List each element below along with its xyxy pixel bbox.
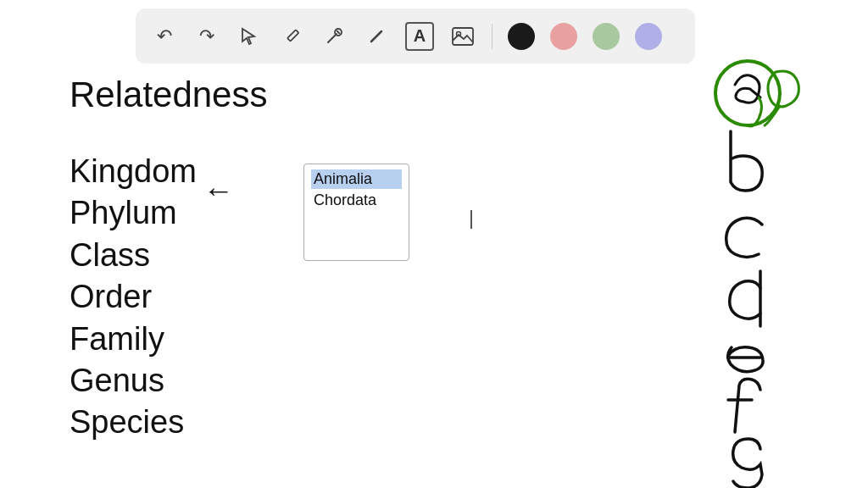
color-lavender[interactable] — [635, 23, 662, 50]
class-label: Class — [70, 235, 197, 276]
image-tool[interactable] — [449, 23, 476, 50]
handwriting-panel — [670, 0, 868, 488]
redo-button[interactable]: ↷ — [193, 23, 220, 50]
text-tool[interactable]: A — [405, 22, 434, 51]
relatedness-heading: Relatedness — [70, 75, 267, 115]
text-input-box[interactable]: Animalia Chordata — [303, 164, 409, 261]
toolbar: ↶ ↷ A — [136, 8, 695, 64]
slash-tool[interactable] — [363, 23, 390, 50]
chordata-text: Chordata — [311, 191, 379, 210]
heading-text: Relatedness — [70, 75, 267, 115]
svg-marker-0 — [242, 29, 254, 44]
svg-line-2 — [328, 34, 337, 42]
color-pink[interactable] — [550, 23, 577, 50]
phylum-label: Phylum — [70, 192, 197, 234]
taxonomy-list: Kingdom Phylum Class Order Family Genus … — [70, 151, 197, 444]
select-tool[interactable] — [236, 23, 263, 50]
order-label: Order — [70, 276, 197, 318]
svg-point-8 — [715, 61, 780, 125]
wrench-tool[interactable] — [320, 23, 348, 50]
color-black[interactable] — [508, 23, 535, 50]
svg-line-5 — [371, 31, 381, 42]
separator — [492, 24, 492, 49]
arrow-indicator: ← — [203, 173, 234, 208]
genus-label: Genus — [70, 360, 197, 402]
undo-button[interactable]: ↶ — [151, 23, 178, 50]
kingdom-label: Kingdom — [70, 151, 197, 192]
svg-rect-1 — [287, 30, 298, 41]
color-green[interactable] — [593, 23, 620, 50]
family-label: Family — [70, 319, 197, 360]
species-label: Species — [70, 402, 197, 443]
text-cursor — [470, 210, 472, 229]
animalia-text: Animalia — [311, 169, 402, 189]
pencil-tool[interactable] — [278, 23, 305, 50]
svg-rect-6 — [453, 28, 473, 45]
